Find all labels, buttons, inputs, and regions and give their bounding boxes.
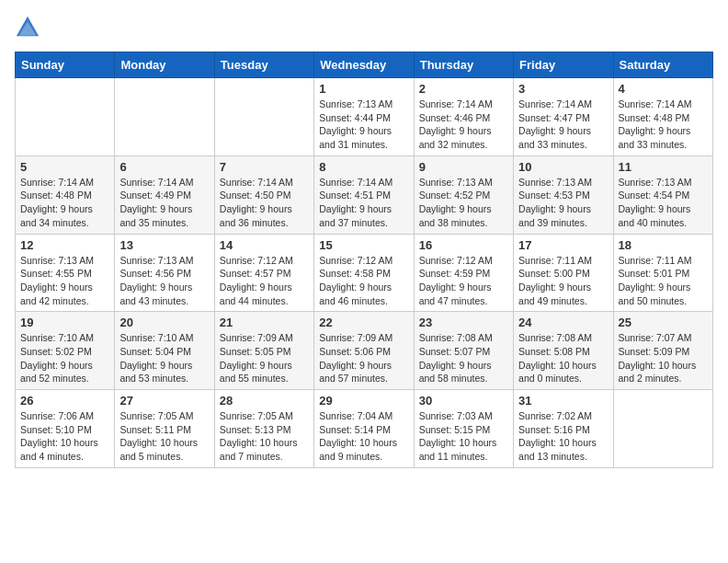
day-number: 22 — [319, 316, 408, 329]
day-number: 11 — [619, 160, 708, 174]
day-info: Sunrise: 7:08 AM Sunset: 5:08 PM Dayligh… — [518, 331, 608, 385]
day-number: 3 — [518, 82, 608, 96]
calendar-day-cell: 21Sunrise: 7:09 AM Sunset: 5:05 PM Dayli… — [214, 312, 313, 390]
calendar-day-cell: 14Sunrise: 7:12 AM Sunset: 4:57 PM Dayli… — [214, 234, 313, 312]
calendar-day-cell: 17Sunrise: 7:11 AM Sunset: 5:00 PM Dayli… — [514, 234, 613, 312]
day-number: 14 — [220, 238, 309, 252]
calendar-day-cell: 31Sunrise: 7:02 AM Sunset: 5:16 PM Dayli… — [514, 390, 613, 468]
calendar-week-row: 12Sunrise: 7:13 AM Sunset: 4:55 PM Dayli… — [16, 234, 713, 312]
day-number: 24 — [518, 316, 608, 329]
calendar-week-row: 26Sunrise: 7:06 AM Sunset: 5:10 PM Dayli… — [16, 390, 713, 468]
day-info: Sunrise: 7:05 AM Sunset: 5:13 PM Dayligh… — [220, 409, 309, 464]
calendar-day-cell: 15Sunrise: 7:12 AM Sunset: 4:58 PM Dayli… — [314, 234, 414, 312]
logo-icon — [15, 15, 40, 40]
calendar-day-cell: 30Sunrise: 7:03 AM Sunset: 5:15 PM Dayli… — [414, 390, 513, 468]
day-info: Sunrise: 7:14 AM Sunset: 4:50 PM Dayligh… — [220, 176, 309, 230]
calendar-day-cell: 19Sunrise: 7:10 AM Sunset: 5:02 PM Dayli… — [16, 312, 115, 390]
col-header-tuesday: Tuesday — [214, 52, 313, 78]
day-info: Sunrise: 7:11 AM Sunset: 5:00 PM Dayligh… — [518, 254, 608, 308]
day-info: Sunrise: 7:13 AM Sunset: 4:55 PM Dayligh… — [20, 254, 109, 308]
day-number: 17 — [518, 238, 608, 252]
day-number: 29 — [319, 394, 408, 408]
calendar-day-cell: 3Sunrise: 7:14 AM Sunset: 4:47 PM Daylig… — [514, 78, 613, 156]
day-info: Sunrise: 7:13 AM Sunset: 4:53 PM Dayligh… — [518, 176, 608, 230]
day-info: Sunrise: 7:12 AM Sunset: 4:58 PM Dayligh… — [319, 254, 408, 308]
day-info: Sunrise: 7:05 AM Sunset: 5:11 PM Dayligh… — [119, 409, 209, 464]
day-info: Sunrise: 7:14 AM Sunset: 4:48 PM Dayligh… — [20, 176, 109, 230]
day-number: 31 — [518, 394, 608, 408]
calendar-day-cell — [115, 78, 214, 156]
day-number: 5 — [20, 160, 109, 174]
calendar-day-cell: 9Sunrise: 7:13 AM Sunset: 4:52 PM Daylig… — [414, 155, 513, 234]
day-info: Sunrise: 7:09 AM Sunset: 5:06 PM Dayligh… — [319, 331, 408, 385]
col-header-monday: Monday — [115, 52, 214, 78]
page-header — [15, 15, 713, 40]
day-info: Sunrise: 7:13 AM Sunset: 4:56 PM Dayligh… — [119, 254, 209, 308]
calendar-week-row: 1Sunrise: 7:13 AM Sunset: 4:44 PM Daylig… — [16, 78, 713, 156]
calendar-day-cell: 12Sunrise: 7:13 AM Sunset: 4:55 PM Dayli… — [16, 234, 115, 312]
day-number: 30 — [419, 394, 508, 408]
day-number: 25 — [619, 316, 708, 329]
calendar-day-cell: 27Sunrise: 7:05 AM Sunset: 5:11 PM Dayli… — [115, 390, 214, 468]
day-info: Sunrise: 7:14 AM Sunset: 4:49 PM Dayligh… — [119, 176, 209, 230]
day-info: Sunrise: 7:14 AM Sunset: 4:48 PM Dayligh… — [619, 98, 708, 152]
day-info: Sunrise: 7:06 AM Sunset: 5:10 PM Dayligh… — [20, 409, 109, 464]
day-info: Sunrise: 7:09 AM Sunset: 5:05 PM Dayligh… — [220, 331, 309, 385]
day-number: 21 — [220, 316, 309, 329]
calendar-day-cell — [613, 390, 712, 468]
day-number: 1 — [319, 82, 408, 96]
col-header-sunday: Sunday — [16, 52, 115, 78]
calendar-day-cell: 5Sunrise: 7:14 AM Sunset: 4:48 PM Daylig… — [16, 155, 115, 234]
day-info: Sunrise: 7:07 AM Sunset: 5:09 PM Dayligh… — [619, 331, 708, 385]
col-header-thursday: Thursday — [414, 52, 513, 78]
calendar-day-cell: 26Sunrise: 7:06 AM Sunset: 5:10 PM Dayli… — [16, 390, 115, 468]
day-number: 8 — [319, 160, 408, 174]
calendar-day-cell: 7Sunrise: 7:14 AM Sunset: 4:50 PM Daylig… — [214, 155, 313, 234]
day-info: Sunrise: 7:04 AM Sunset: 5:14 PM Dayligh… — [319, 409, 408, 464]
day-number: 19 — [20, 316, 109, 329]
day-number: 16 — [419, 238, 508, 252]
calendar-day-cell: 25Sunrise: 7:07 AM Sunset: 5:09 PM Dayli… — [613, 312, 712, 390]
day-number: 13 — [119, 238, 209, 252]
day-number: 2 — [419, 82, 508, 96]
day-info: Sunrise: 7:10 AM Sunset: 5:02 PM Dayligh… — [20, 331, 109, 385]
calendar-day-cell: 10Sunrise: 7:13 AM Sunset: 4:53 PM Dayli… — [514, 155, 613, 234]
calendar-day-cell: 24Sunrise: 7:08 AM Sunset: 5:08 PM Dayli… — [514, 312, 613, 390]
day-number: 12 — [20, 238, 109, 252]
day-info: Sunrise: 7:02 AM Sunset: 5:16 PM Dayligh… — [518, 409, 608, 464]
calendar-day-cell: 6Sunrise: 7:14 AM Sunset: 4:49 PM Daylig… — [115, 155, 214, 234]
day-number: 28 — [220, 394, 309, 408]
day-number: 7 — [220, 160, 309, 174]
day-info: Sunrise: 7:08 AM Sunset: 5:07 PM Dayligh… — [419, 331, 508, 385]
calendar-day-cell: 1Sunrise: 7:13 AM Sunset: 4:44 PM Daylig… — [314, 78, 414, 156]
calendar-day-cell: 28Sunrise: 7:05 AM Sunset: 5:13 PM Dayli… — [214, 390, 313, 468]
day-info: Sunrise: 7:14 AM Sunset: 4:51 PM Dayligh… — [319, 176, 408, 230]
day-info: Sunrise: 7:14 AM Sunset: 4:47 PM Dayligh… — [518, 98, 608, 152]
day-number: 23 — [419, 316, 508, 329]
day-info: Sunrise: 7:13 AM Sunset: 4:54 PM Dayligh… — [619, 176, 708, 230]
calendar-table: SundayMondayTuesdayWednesdayThursdayFrid… — [15, 52, 713, 468]
day-info: Sunrise: 7:12 AM Sunset: 4:57 PM Dayligh… — [220, 254, 309, 308]
calendar-day-cell: 4Sunrise: 7:14 AM Sunset: 4:48 PM Daylig… — [613, 78, 712, 156]
calendar-header-row: SundayMondayTuesdayWednesdayThursdayFrid… — [16, 52, 713, 78]
calendar-day-cell: 8Sunrise: 7:14 AM Sunset: 4:51 PM Daylig… — [314, 155, 414, 234]
calendar-day-cell — [16, 78, 115, 156]
calendar-week-row: 19Sunrise: 7:10 AM Sunset: 5:02 PM Dayli… — [16, 312, 713, 390]
calendar-day-cell: 22Sunrise: 7:09 AM Sunset: 5:06 PM Dayli… — [314, 312, 414, 390]
calendar-day-cell: 16Sunrise: 7:12 AM Sunset: 4:59 PM Dayli… — [414, 234, 513, 312]
day-number: 9 — [419, 160, 508, 174]
day-number: 27 — [119, 394, 209, 408]
day-info: Sunrise: 7:13 AM Sunset: 4:52 PM Dayligh… — [419, 176, 508, 230]
calendar-day-cell: 20Sunrise: 7:10 AM Sunset: 5:04 PM Dayli… — [115, 312, 214, 390]
day-number: 4 — [619, 82, 708, 96]
day-number: 20 — [119, 316, 209, 329]
calendar-day-cell: 18Sunrise: 7:11 AM Sunset: 5:01 PM Dayli… — [613, 234, 712, 312]
day-number: 26 — [20, 394, 109, 408]
day-number: 15 — [319, 238, 408, 252]
col-header-saturday: Saturday — [613, 52, 712, 78]
logo — [15, 15, 44, 40]
calendar-day-cell: 2Sunrise: 7:14 AM Sunset: 4:46 PM Daylig… — [414, 78, 513, 156]
day-info: Sunrise: 7:14 AM Sunset: 4:46 PM Dayligh… — [419, 98, 508, 152]
day-number: 18 — [619, 238, 708, 252]
day-info: Sunrise: 7:11 AM Sunset: 5:01 PM Dayligh… — [619, 254, 708, 308]
